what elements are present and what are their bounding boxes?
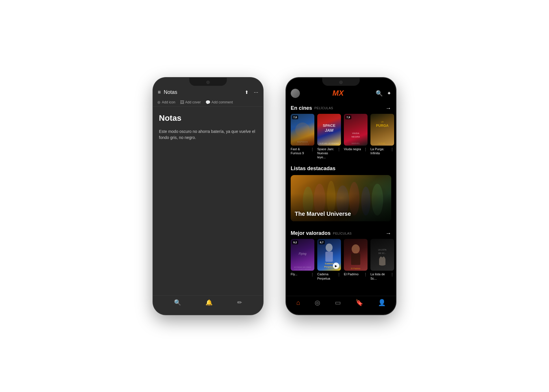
movie-info-ff9: Fast &Furious 9 ⋮: [291, 147, 314, 155]
svg-text:Cadena: Cadena: [325, 262, 333, 265]
movie-menu-viuda[interactable]: ⋮: [363, 147, 368, 152]
search-icon[interactable]: 🔍: [376, 90, 383, 97]
header-icons: 🔍 ✦: [376, 90, 391, 97]
tv-icon: ▭: [335, 299, 341, 306]
bell-nav-icon[interactable]: 🔔: [205, 299, 213, 306]
camera: [206, 81, 210, 84]
movie-menu-cadena[interactable]: ⋮: [337, 272, 341, 277]
movie-info-viuda: Viuda negra ⋮: [344, 147, 368, 152]
movie-menu-padrino[interactable]: ⋮: [363, 272, 368, 277]
movie-menu-flying[interactable]: ⋮: [310, 272, 314, 277]
poster-viuda: 7,9 VIUDA NEGRA MARVEL: [344, 114, 368, 146]
svg-rect-30: [325, 252, 333, 262]
avatar-image: [291, 89, 300, 98]
svg-text:FURIOSOS 9: FURIOSOS 9: [296, 143, 309, 145]
poster-art-schindler: LA LISTA DE SC...: [370, 239, 394, 271]
add-comment-button[interactable]: 💬 Add comment: [205, 100, 233, 105]
sparkle-icon[interactable]: ✦: [387, 90, 391, 96]
movie-card-ff9[interactable]: 7,8 RAPIDOS FURIOSOS 9 Fast &: [291, 114, 314, 159]
svg-text:SPACE: SPACE: [323, 123, 335, 128]
movie-name-spacejam: Space Jam:Nuevas leye...: [317, 147, 336, 159]
nav-home[interactable]: ⌂: [296, 299, 300, 306]
movie-name-padrino: El Padrino: [344, 272, 363, 276]
en-cines-title: En cines: [291, 105, 312, 111]
search-nav-icon[interactable]: 🔍: [174, 299, 181, 306]
nav-profile[interactable]: 👤: [378, 299, 386, 306]
svg-text:POR TIEMPO LIMITADO: POR TIEMPO LIMITADO: [294, 269, 311, 270]
svg-text:JAM: JAM: [325, 128, 333, 133]
svg-text:LA PUR...: LA PUR...: [378, 142, 387, 144]
add-cover-icon: 🖼: [180, 100, 184, 105]
add-icon-icon: ⊕: [157, 100, 161, 105]
movie-card-flying[interactable]: 9,2 Flying ESTRENO EN CINES POR TIEMPO L…: [291, 239, 314, 280]
svg-text:ESTRENO EN CINES: ESTRENO EN CINES: [294, 266, 311, 268]
movie-info-flying: Fly... ⋮: [291, 272, 314, 277]
listas-header: Listas destacadas: [286, 161, 396, 174]
poster-art-purga: LA PURGA LA PUR...: [370, 114, 394, 146]
notas-bottom-nav: 🔍 🔔 ✏: [153, 295, 263, 315]
movie-info-spacejam: Space Jam:Nuevas leye... ⋮: [317, 147, 341, 159]
movie-menu-schindler[interactable]: ⋮: [390, 272, 394, 277]
movie-card-viuda[interactable]: 7,9 VIUDA NEGRA MARVEL Viuda negra: [344, 114, 368, 159]
poster-spacejam: SPACE JAM NUEVAS LEYENDAS: [317, 114, 341, 146]
svg-rect-37: [370, 239, 394, 271]
svg-rect-12: [370, 114, 394, 146]
add-cover-button[interactable]: 🖼 Add cover: [180, 100, 201, 105]
menu-icon[interactable]: ≡: [158, 89, 161, 95]
left-phone: ≡ Notas ⬆ ⋯ ⊕ Add icon 🖼 Add cover: [153, 78, 263, 315]
movie-info-cadena: CadenaPerpetua ⋮: [317, 272, 341, 280]
share-icon[interactable]: ⬆: [245, 90, 248, 95]
featured-card-marvel[interactable]: The Marvel Universe: [291, 175, 391, 221]
en-cines-arrow[interactable]: →: [385, 105, 391, 112]
movie-card-spacejam[interactable]: SPACE JAM NUEVAS LEYENDAS Space Jam:Nuev…: [317, 114, 341, 159]
movie-name-schindler: La lista de Sc...: [370, 272, 390, 280]
svg-rect-8: [344, 114, 368, 146]
movie-menu-purga[interactable]: ⋮: [390, 147, 394, 152]
avatar[interactable]: [291, 89, 300, 98]
movie-name-viuda: Viuda negra: [344, 147, 363, 151]
poster-schindler: LA LISTA DE SC...: [370, 239, 394, 271]
app-title: Notas: [164, 89, 240, 95]
add-comment-label: Add comment: [212, 100, 233, 104]
en-cines-row: 7,8 RAPIDOS FURIOSOS 9 Fast &: [286, 114, 396, 159]
movie-name-ff9: Fast &Furious 9: [291, 147, 310, 155]
edit-nav-icon[interactable]: ✏: [237, 299, 242, 306]
logo-text-x: X: [339, 89, 343, 98]
movies-screen: M X 🔍 ✦ En cines PELÍCULAS →: [286, 78, 396, 315]
movie-name-cadena: CadenaPerpetua: [317, 272, 336, 280]
right-phone: M X 🔍 ✦ En cines PELÍCULAS →: [286, 78, 396, 315]
mejor-valorados-header: Mejor valorados PELÍCULAS →: [286, 226, 396, 239]
add-icon-button[interactable]: ⊕ Add icon: [157, 100, 175, 105]
nav-bookmark[interactable]: 🔖: [355, 299, 363, 306]
notas-content: Notas Este modo oscuro no ahorra batería…: [153, 107, 263, 295]
poster-art-spacejam: SPACE JAM NUEVAS LEYENDAS: [317, 114, 341, 146]
movie-info-purga: La Purga:Infinita ⋮: [370, 147, 394, 155]
mejor-valorados-arrow[interactable]: →: [385, 230, 391, 237]
mejor-valorados-subtitle: PELÍCULAS: [333, 232, 352, 235]
movie-menu-spacejam[interactable]: ⋮: [337, 147, 341, 152]
poster-padrino: El Padrino: [344, 239, 368, 271]
svg-point-29: [326, 244, 333, 252]
svg-text:VIUDA: VIUDA: [352, 132, 359, 135]
movie-card-cadena[interactable]: 8,7 Cadena Perpetua ▶: [317, 239, 341, 280]
movie-card-purga[interactable]: LA PURGA LA PUR... La Purga:Infinita ⋮: [370, 114, 394, 159]
svg-text:Flying: Flying: [299, 252, 307, 255]
svg-text:MARVEL: MARVEL: [352, 142, 360, 144]
movie-name-flying: Fly...: [291, 272, 310, 276]
more-icon[interactable]: ⋯: [254, 90, 258, 95]
svg-text:LA LISTA: LA LISTA: [378, 249, 386, 251]
svg-text:RAPIDOS: RAPIDOS: [297, 141, 308, 143]
movie-menu-ff9[interactable]: ⋮: [310, 147, 314, 152]
movie-card-schindler[interactable]: LA LISTA DE SC... La lista de Sc... ⋮: [370, 239, 394, 280]
nav-explore[interactable]: ◎: [315, 299, 320, 306]
poster-purga: LA PURGA LA PUR...: [370, 114, 394, 146]
add-icon-label: Add icon: [162, 100, 175, 104]
svg-point-34: [352, 244, 360, 254]
logo-text: M: [332, 89, 338, 98]
poster-art-flying: Flying ESTRENO EN CINES POR TIEMPO LIMIT…: [291, 239, 314, 271]
nav-tv[interactable]: ▭: [335, 299, 341, 306]
movies-scroll[interactable]: En cines PELÍCULAS → 7,8: [286, 101, 396, 296]
movie-card-padrino[interactable]: El Padrino El Padrino ⋮: [344, 239, 368, 280]
svg-text:LA: LA: [381, 121, 384, 123]
mejor-valorados-row: 9,2 Flying ESTRENO EN CINES POR TIEMPO L…: [286, 239, 396, 280]
